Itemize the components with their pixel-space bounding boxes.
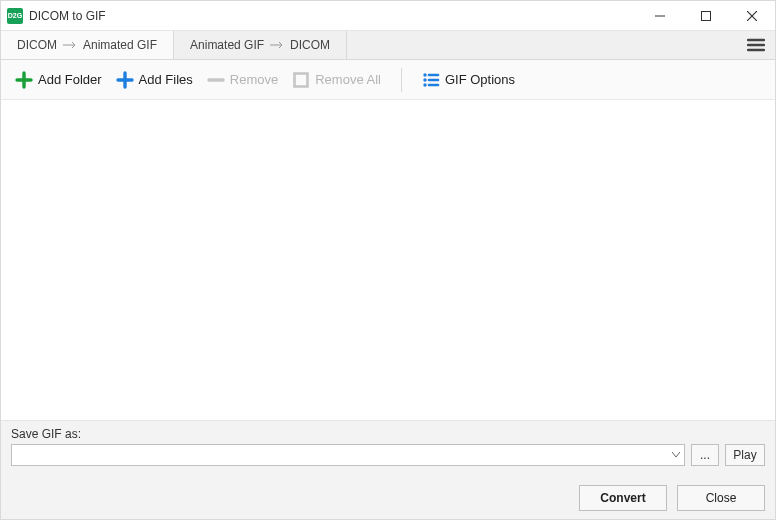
square-icon [292, 71, 310, 89]
svg-rect-1 [702, 11, 711, 20]
svg-rect-14 [295, 73, 308, 86]
titlebar: D2G DICOM to GIF [1, 1, 775, 31]
window-controls [637, 1, 775, 31]
chevron-down-icon[interactable] [667, 444, 685, 466]
arrow-right-icon [270, 38, 284, 52]
close-window-button[interactable] [729, 1, 775, 31]
app-icon: D2G [7, 8, 23, 24]
save-path-combo[interactable] [11, 444, 685, 466]
svg-point-15 [423, 73, 426, 76]
tab-label-part: Animated GIF [190, 38, 264, 52]
minus-icon [207, 71, 225, 89]
convert-button[interactable]: Convert [579, 485, 667, 511]
file-list-area [1, 100, 775, 420]
tab-label-part: Animated GIF [83, 38, 157, 52]
tabbar: DICOM Animated GIF Animated GIF DICOM [1, 31, 775, 60]
add-files-button[interactable]: Add Files [114, 69, 195, 91]
bottom-panel: Save GIF as: ... Play Convert Close [1, 420, 775, 519]
tab-gif-to-dicom[interactable]: Animated GIF DICOM [174, 31, 347, 59]
gif-options-button[interactable]: GIF Options [420, 69, 517, 91]
save-as-label: Save GIF as: [11, 427, 765, 441]
maximize-button[interactable] [683, 1, 729, 31]
tab-label-part: DICOM [290, 38, 330, 52]
remove-button: Remove [205, 69, 280, 91]
button-label: Remove All [315, 72, 381, 87]
separator [401, 68, 402, 92]
tab-dicom-to-gif[interactable]: DICOM Animated GIF [1, 31, 174, 59]
toolbar: Add Folder Add Files Remove Remove All [1, 60, 775, 100]
save-row: ... Play [11, 444, 765, 466]
plus-icon [116, 71, 134, 89]
close-button[interactable]: Close [677, 485, 765, 511]
window-title: DICOM to GIF [29, 9, 106, 23]
list-icon [422, 71, 440, 89]
tab-label-part: DICOM [17, 38, 57, 52]
hamburger-menu-button[interactable] [737, 31, 775, 59]
plus-icon [15, 71, 33, 89]
arrow-right-icon [63, 38, 77, 52]
minimize-button[interactable] [637, 1, 683, 31]
hamburger-icon [747, 38, 765, 52]
browse-button[interactable]: ... [691, 444, 719, 466]
svg-point-17 [423, 83, 426, 86]
button-label: GIF Options [445, 72, 515, 87]
svg-point-16 [423, 78, 426, 81]
button-label: Remove [230, 72, 278, 87]
button-label: Add Folder [38, 72, 102, 87]
button-label: Add Files [139, 72, 193, 87]
remove-all-button: Remove All [290, 69, 383, 91]
action-row: Convert Close [11, 475, 765, 511]
save-path-input[interactable] [11, 444, 667, 466]
play-button[interactable]: Play [725, 444, 765, 466]
add-folder-button[interactable]: Add Folder [13, 69, 104, 91]
